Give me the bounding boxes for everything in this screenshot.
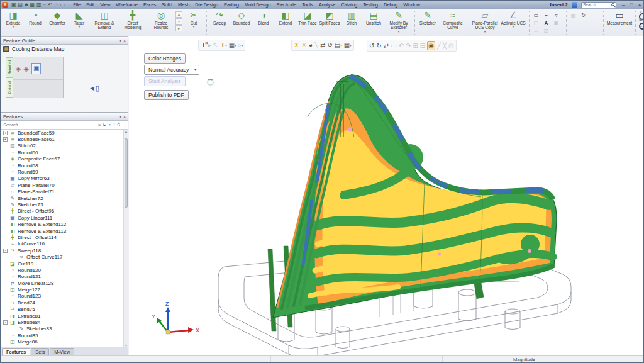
ribbon-sketcher-button[interactable]: ✎Sketcher <box>417 10 438 25</box>
history-icon[interactable]: ↻ <box>579 12 588 19</box>
ribbon-bounded-button[interactable]: ◇Bounded <box>231 10 252 25</box>
ribbon-round-button[interactable]: ◔Round <box>25 10 46 25</box>
section-icon[interactable]: ╳ <box>443 42 447 50</box>
tree-item-copy-linear111[interactable]: ▣Copy Linear111 <box>1 215 123 221</box>
app-logo-icon[interactable]: ❋ <box>2 2 8 8</box>
ribbon-collapse-0[interactable]: × <box>638 10 643 15</box>
ribbon-activate-ucs-button[interactable]: ∠Activate UCS▾ <box>499 10 527 28</box>
color-ranges-button[interactable]: Color Ranges <box>144 53 186 64</box>
ribbon-trim-face-button[interactable]: ◪Trim Face <box>297 10 318 25</box>
ribbon-unstitch-button[interactable]: ▤Unstitch <box>363 10 384 25</box>
exit-guide-icon[interactable]: ◄▯ <box>89 84 99 92</box>
tree-item-sweep118[interactable]: -↷Sweep118 <box>1 247 123 254</box>
clear-search-icon[interactable]: × <box>98 121 101 129</box>
tree-item-bend74[interactable]: ↪Bend74 <box>1 299 123 306</box>
menu-mold-design[interactable]: Mold Design <box>245 1 271 9</box>
tree-item-boundedface61[interactable]: +▰BoundedFace61 <box>1 136 123 142</box>
close-icon[interactable]: × <box>123 38 126 43</box>
tree-item-round69[interactable]: ◔Round69 <box>1 169 123 175</box>
target-icon[interactable]: ◎ <box>448 42 454 50</box>
expander-icon[interactable]: + <box>3 131 8 135</box>
swap-view-icon[interactable]: ⇄ <box>320 41 325 49</box>
menu-parting[interactable]: Parting <box>224 1 239 9</box>
menu-window[interactable]: Window <box>403 1 420 9</box>
tree-item-round68[interactable]: ◔Round68 <box>1 162 123 169</box>
tab-optional[interactable]: Optional <box>6 77 13 98</box>
tree-item-cut119[interactable]: ◪Cut119 <box>1 260 123 267</box>
delete-annotation-icon[interactable]: ▦ <box>569 12 578 19</box>
ribbon-collapse-2[interactable]: ‒ <box>638 24 643 29</box>
tree-item-direct-offset114[interactable]: ╋Direct - Offset114 <box>1 234 123 240</box>
tab-features[interactable]: Features <box>2 348 30 355</box>
select-faces-a-icon[interactable]: ◈ <box>16 62 21 75</box>
view-front-icon[interactable]: ▭ <box>391 42 396 50</box>
scrollbar-thumb[interactable] <box>125 138 128 208</box>
pin-icon[interactable]: ▪ <box>119 114 121 119</box>
qa-open-folder-icon[interactable]: ▤ <box>18 2 24 8</box>
pin-icon[interactable]: ▪ <box>119 38 121 43</box>
qa-save-icon[interactable]: ▣ <box>11 2 17 8</box>
annotation-balloon-icon[interactable]: ▣ <box>552 20 561 26</box>
ribbon-plane-parallel-ucs-copy-button[interactable]: ▱Plane-Parallel UCS Copy▾ <box>471 10 499 33</box>
feature-guide-header[interactable]: Feature Guide ▪ × <box>1 36 128 45</box>
minimize-button[interactable]: ‒ <box>620 1 626 8</box>
filter-flag-icon[interactable]: ! <box>113 121 114 129</box>
tree-item-copy-mirror63[interactable]: ▣Copy Mirror63 <box>1 176 123 182</box>
qa-feature-tree-icon[interactable]: ♣ <box>24 2 28 8</box>
annotation-note-icon[interactable]: ▱ <box>531 27 541 34</box>
ribbon-chamfer-button[interactable]: ◆Chamfer <box>47 10 68 25</box>
tree-item-boundedface59[interactable]: +▰BoundedFace59 <box>1 130 123 136</box>
menu-file[interactable]: File <box>73 1 80 9</box>
view-sub-icon[interactable]: ⊟ <box>420 42 425 50</box>
qa-window-cascade-icon[interactable]: ▦ <box>29 2 35 8</box>
view-add-icon[interactable]: ⊞ <box>413 42 418 50</box>
close-icon[interactable]: × <box>123 114 126 119</box>
ucs-pick-icon[interactable]: ↖ <box>213 41 218 49</box>
qa-redo-icon[interactable]: ↷ <box>53 2 59 8</box>
feature-guide-item[interactable]: ▦ Cooling Distance Map <box>1 45 128 53</box>
dimension-frame-icon[interactable]: ▢ <box>531 20 541 26</box>
features-header[interactable]: Features ▪ × <box>1 113 128 121</box>
expander-icon[interactable]: + <box>3 137 8 142</box>
ribbon-blend-button[interactable]: ◑Blend <box>253 10 274 25</box>
view-redo-icon[interactable]: ↷ <box>406 42 411 50</box>
menu-view[interactable]: View <box>100 1 110 9</box>
tree-item-plane-parallel70[interactable]: ▱Plane-Parallel70 <box>1 182 123 188</box>
ribbon-collapse-1[interactable]: ▣ <box>638 17 643 22</box>
ribbon-composite-curve-button[interactable]: ≈Composite Curve <box>439 10 467 30</box>
menu-analyse[interactable]: Analyse <box>319 1 336 9</box>
menu-tools[interactable]: Tools <box>302 1 313 9</box>
publish-pdf-button[interactable]: Publish to PDF <box>144 90 189 100</box>
tree-scrollbar[interactable]: ▲ ▼ <box>123 130 128 347</box>
menu-electrode[interactable]: Electrode <box>277 1 297 9</box>
tree-item-sketcher83[interactable]: ✎Sketcher83 <box>1 326 123 332</box>
close-button[interactable]: × <box>636 1 643 8</box>
filter-branch-icon[interactable]: ↳ <box>103 121 106 129</box>
tree-item-merge122[interactable]: ◫Merge122 <box>1 286 123 293</box>
tree-item-round120[interactable]: ◔Round120 <box>1 267 123 273</box>
dimension-linear-icon[interactable]: ▭ <box>531 12 541 19</box>
maximize-button[interactable]: □ <box>628 1 635 8</box>
menu-solid[interactable]: Solid <box>162 1 172 9</box>
tree-item-bend75[interactable]: ↪Bend75 <box>1 306 123 313</box>
ribbon-remove-extend-button[interactable]: ◫Remove & Extend <box>91 10 118 30</box>
ribbon-taper-button[interactable]: ◣Taper▾ <box>69 10 90 28</box>
ribbon-stitch-button[interactable]: ▥Stitch <box>341 10 362 25</box>
delete-ucs-icon[interactable]: ✛ <box>201 41 206 49</box>
tree-item-remove-extend113[interactable]: ◧Remove & Extend113 <box>1 228 123 234</box>
menu-die-design[interactable]: Die Design <box>195 1 218 9</box>
ribbon-cut-button[interactable]: ✂Cut▾ <box>183 10 204 28</box>
menu-faces[interactable]: Faces <box>143 1 156 9</box>
tree-item-round123[interactable]: ◔Round123 <box>1 293 123 299</box>
view-undo-icon[interactable]: ↶ <box>399 42 404 50</box>
ucs-grid-icon[interactable]: ▦▾ <box>229 41 236 50</box>
tab-sets[interactable]: Sets <box>31 348 49 355</box>
ribbon-resize-rounds-button[interactable]: ◎Resize Rounds <box>147 10 175 30</box>
filter-suppress-icon[interactable]: S <box>117 121 120 129</box>
filter-more-icon[interactable]: ⋮ <box>123 121 127 129</box>
qa-key-tool-icon[interactable]: ⌐ <box>43 2 47 8</box>
expander-icon[interactable]: - <box>3 320 8 325</box>
menu-debug[interactable]: Debug <box>384 1 397 9</box>
rotate-left-icon[interactable]: ↺ <box>369 42 374 50</box>
tree-item-round85[interactable]: ◔Round85 <box>1 332 123 338</box>
